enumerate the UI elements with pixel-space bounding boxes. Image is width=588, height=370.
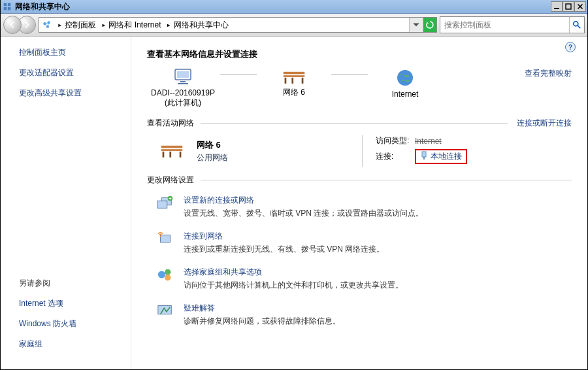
svg-rect-5 (566, 4, 571, 9)
setting-desc: 连接到或重新连接到无线、有线、拨号或 VPN 网络连接。 (184, 244, 384, 255)
svg-rect-17 (177, 71, 189, 78)
address-dropdown-button[interactable] (409, 18, 423, 32)
sidebar-link-control-panel-home[interactable]: 控制面板主页 (19, 47, 131, 58)
setting-item-troubleshoot: 疑难解答 诊断并修复网络问题，或获得故障排除信息。 (156, 303, 572, 327)
svg-line-12 (45, 24, 48, 26)
minimize-button[interactable] (551, 1, 563, 12)
nav-arrows (3, 16, 36, 34)
sidebar-link-change-adapter[interactable]: 更改适配器设置 (19, 67, 131, 78)
svg-rect-0 (4, 3, 7, 6)
svg-rect-19 (178, 83, 188, 84)
window-title: 网络和共享中心 (14, 1, 551, 12)
breadcrumb-label: 网络和共享中心 (174, 20, 229, 31)
breadcrumb[interactable]: ▸控制面板 (55, 20, 96, 31)
svg-rect-18 (180, 81, 186, 82)
breadcrumb[interactable]: ▸网络和 Internet (99, 20, 161, 31)
active-networks-heading: 查看活动网络 连接或断开连接 (147, 118, 572, 129)
active-network-name: 网络 6 (197, 139, 228, 151)
access-type-value: Internet (415, 137, 442, 146)
topo-link-line (220, 75, 257, 75)
breadcrumb[interactable]: ▸网络和共享中心 (164, 20, 229, 31)
change-settings-heading: 更改网络设置 (147, 175, 194, 186)
page-heading: 查看基本网络信息并设置连接 (147, 48, 572, 60)
svg-rect-1 (8, 3, 10, 6)
connection-label: 连接: (376, 151, 415, 162)
content-body: 控制面板主页 更改适配器设置 更改高级共享设置 另请参阅 Internet 选项… (1, 37, 587, 369)
sidebar-link-advanced-sharing[interactable]: 更改高级共享设置 (19, 88, 131, 99)
svg-rect-27 (161, 149, 182, 151)
svg-point-39 (165, 269, 171, 275)
svg-rect-29 (180, 151, 182, 157)
access-type-label: 访问类型: (376, 135, 415, 146)
setting-title[interactable]: 连接到网络 (184, 231, 384, 242)
breadcrumb-label: 网络和 Internet (108, 20, 161, 31)
connection-link-highlight: 本地连接 (415, 149, 467, 164)
svg-rect-32 (423, 157, 425, 160)
network-center-icon (42, 20, 52, 30)
sidebar-link-internet-options[interactable]: Internet 选项 (19, 298, 131, 309)
svg-rect-31 (422, 152, 426, 157)
setting-title[interactable]: 选择家庭组和共享选项 (184, 267, 403, 278)
ethernet-plug-icon (420, 151, 428, 162)
search-button[interactable] (569, 17, 584, 33)
setting-title[interactable]: 设置新的连接或网络 (184, 195, 423, 206)
svg-rect-41 (158, 306, 171, 314)
new-connection-icon (156, 195, 174, 210)
refresh-button[interactable] (423, 18, 436, 32)
svg-rect-2 (4, 7, 7, 10)
setting-item-connect: 连接到网络 连接到或重新连接到无线、有线、拨号或 VPN 网络连接。 (156, 231, 572, 255)
setting-title[interactable]: 疑难解答 (184, 303, 340, 314)
search-box[interactable] (440, 16, 585, 33)
svg-rect-21 (284, 75, 304, 77)
window: 网络和共享中心 (0, 0, 588, 370)
svg-point-38 (158, 271, 165, 278)
network-topology: DADI--20160919P (此计算机) 网络 6 Internet (147, 68, 572, 109)
svg-rect-28 (163, 151, 165, 157)
topo-link-line (331, 75, 368, 75)
svg-point-40 (165, 275, 171, 280)
svg-line-15 (578, 25, 580, 28)
view-full-map-link[interactable]: 查看完整映射 (525, 68, 572, 79)
active-network-type[interactable]: 公用网络 (197, 152, 228, 163)
topo-computer-name: DADI--20160919P (151, 88, 215, 97)
sidebar-link-windows-firewall[interactable]: Windows 防火墙 (19, 318, 131, 329)
connect-disconnect-link[interactable]: 连接或断开连接 (517, 118, 572, 129)
svg-point-25 (397, 70, 413, 86)
topo-internet-name: Internet (392, 90, 419, 99)
breadcrumb-label: 控制面板 (65, 20, 96, 31)
svg-rect-26 (161, 145, 182, 148)
maximize-button[interactable] (563, 1, 574, 12)
change-settings-section: 更改网络设置 设置新的连接或网络 设置无线、宽带、拨号、临时或 VPN 连接；或… (147, 175, 572, 327)
address-bar[interactable]: ▸控制面板 ▸网络和 Internet ▸网络和共享中心 (39, 17, 437, 33)
svg-rect-24 (291, 78, 293, 84)
setting-item-homegroup: 选择家庭组和共享选项 访问位于其他网络计算机上的文件和打印机，或更改共享设置。 (156, 267, 572, 291)
close-button[interactable] (574, 1, 586, 12)
bench-icon (160, 142, 184, 161)
local-connection-link[interactable]: 本地连接 (431, 151, 462, 162)
search-input[interactable] (440, 20, 569, 29)
svg-rect-3 (8, 7, 10, 10)
computer-icon (172, 68, 193, 88)
homegroup-icon (156, 267, 174, 282)
sidebar-see-also-heading: 另请参阅 (1, 278, 131, 289)
svg-rect-23 (302, 78, 304, 84)
back-button[interactable] (3, 16, 22, 34)
main-pane: ? 查看基本网络信息并设置连接 DADI--20160919P (此计算机) 网… (131, 37, 587, 369)
svg-rect-30 (169, 151, 171, 157)
svg-rect-36 (161, 235, 171, 242)
sidebar-link-homegroup[interactable]: 家庭组 (19, 339, 131, 350)
navbar: ▸控制面板 ▸网络和 Internet ▸网络和共享中心 (1, 14, 587, 37)
topo-network-name: 网络 6 (283, 87, 305, 98)
svg-rect-22 (285, 78, 287, 84)
window-controls (551, 1, 586, 12)
help-button[interactable]: ? (565, 42, 576, 52)
titlebar: 网络和共享中心 (1, 0, 587, 14)
connect-network-icon (156, 231, 174, 246)
svg-rect-20 (284, 72, 304, 75)
svg-point-37 (159, 235, 161, 237)
network-details: 访问类型: Internet 连接: 本地连接 (362, 135, 572, 167)
svg-rect-34 (157, 201, 167, 208)
system-menu-icon[interactable] (1, 0, 14, 13)
topo-computer-sub: (此计算机) (165, 97, 201, 109)
setting-desc: 访问位于其他网络计算机上的文件和打印机，或更改共享设置。 (184, 280, 403, 291)
